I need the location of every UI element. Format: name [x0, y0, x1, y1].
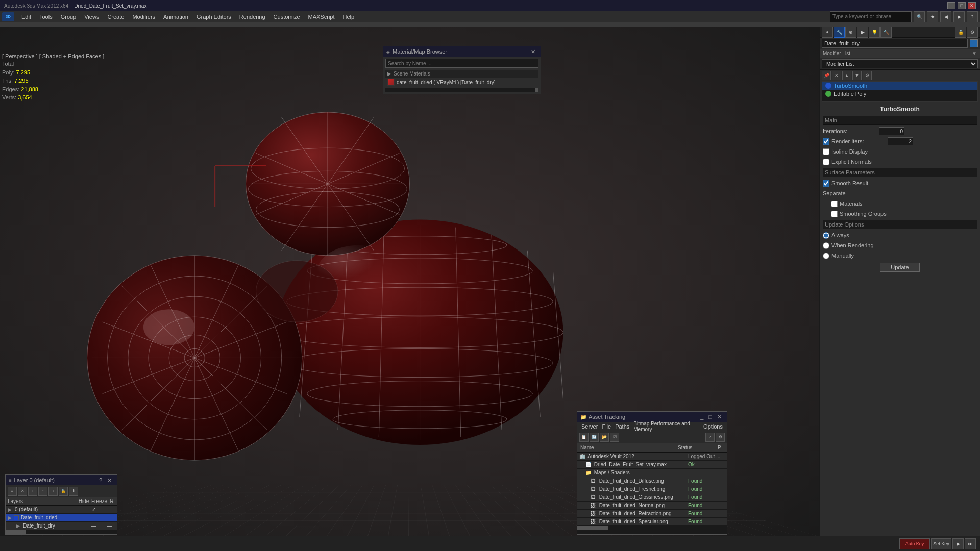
layer-help-btn[interactable]: ?	[97, 477, 104, 484]
asset-minimize-btn[interactable]: _	[698, 414, 705, 420]
key-btn[interactable]: Set Key	[931, 538, 951, 549]
layer-add-btn[interactable]: +	[28, 487, 37, 496]
materials-checkbox[interactable]	[831, 201, 838, 207]
search-btn[interactable]: 🔍	[914, 11, 925, 22]
panel-display-btn[interactable]: 💡	[869, 27, 880, 38]
configure-mod-btn[interactable]: ⚙	[863, 71, 872, 80]
iterations-input[interactable]	[879, 127, 904, 135]
remove-mod-btn[interactable]: ✕	[832, 71, 841, 80]
asset-tb-btn4[interactable]: ☑	[610, 433, 619, 442]
menu-tools[interactable]: Tools	[35, 13, 57, 21]
minimize-btn[interactable]: _	[947, 2, 955, 9]
timeline-btn[interactable]: ⏭	[965, 538, 976, 549]
smoothing-groups-checkbox[interactable]	[831, 211, 838, 217]
animate-btn[interactable]: Auto Key	[899, 538, 930, 549]
asset-close-btn[interactable]: ✕	[715, 414, 724, 420]
asset-row-fresnel[interactable]: 🖼 Date_fruit_dried_Fresnel.png Found	[577, 485, 727, 493]
asset-scrollbar-thumb[interactable]	[577, 526, 608, 530]
modifier-dropdown[interactable]: Modifier List	[822, 59, 978, 68]
nav-prev-btn[interactable]: ◀	[940, 11, 951, 22]
layer-row-default[interactable]: ▶ 0 (default) ✓	[6, 506, 117, 514]
menu-create[interactable]: Create	[103, 13, 128, 21]
material-item[interactable]: date_fruit_dried ( VRayMtl ) [Date_fruit…	[385, 78, 538, 87]
asset-row-diffuse[interactable]: 🖼 Date_fruit_dried_Diffuse.png Found	[577, 477, 727, 485]
always-radio[interactable]	[823, 232, 829, 239]
asset-row-normal[interactable]: 🖼 Date_fruit_dried_Normal.png Found	[577, 502, 727, 510]
menu-animation[interactable]: Animation	[159, 13, 192, 21]
menu-modifiers[interactable]: Modifiers	[128, 13, 159, 21]
asset-menu-paths[interactable]: Paths	[613, 423, 631, 430]
asset-scrollbar-h[interactable]	[577, 526, 727, 530]
asset-tb-btn1[interactable]: 📋	[579, 433, 589, 442]
asset-tb-btn3[interactable]: 📂	[600, 433, 609, 442]
asset-help-btn[interactable]: ?	[705, 433, 715, 442]
layer-lock-btn[interactable]: 🔒	[59, 487, 68, 496]
asset-row-maps-folder[interactable]: 📁 Maps / Shaders	[577, 469, 727, 477]
panel-lock-btn[interactable]: 🔒	[955, 27, 966, 38]
panel-motion-btn[interactable]: ▶	[857, 27, 868, 38]
panel-utils-btn[interactable]: 🔨	[880, 27, 892, 38]
asset-maximize-btn[interactable]: □	[706, 414, 714, 420]
maximize-btn[interactable]: □	[958, 2, 966, 9]
play-btn[interactable]: ▶	[952, 538, 964, 549]
layer-close-btn[interactable]: ✕	[105, 477, 114, 484]
nav-next-btn[interactable]: ▶	[953, 11, 965, 22]
asset-row-specular[interactable]: 🖼 Date_fruit_dried_Specular.png Found	[577, 518, 727, 526]
asset-menu-bitmap[interactable]: Bitmap Performance and Memory	[631, 421, 701, 432]
menu-edit[interactable]: Edit	[17, 13, 35, 21]
asset-menu-server[interactable]: Server	[579, 423, 600, 430]
explicit-normals-checkbox[interactable]	[823, 159, 829, 165]
render-iters-input[interactable]	[888, 137, 913, 145]
menu-help[interactable]: Help	[339, 13, 359, 21]
isoline-checkbox[interactable]	[823, 148, 829, 155]
when-rendering-radio[interactable]	[823, 242, 829, 249]
smooth-result-checkbox[interactable]	[823, 180, 829, 187]
asset-settings-btn[interactable]: ⚙	[716, 433, 725, 442]
window-controls[interactable]: _ □ ✕	[947, 2, 976, 9]
menu-rendering[interactable]: Rendering	[235, 13, 270, 21]
close-btn[interactable]: ✕	[968, 2, 976, 9]
help-btn[interactable]: ?	[967, 11, 978, 22]
panel-modify-btn[interactable]: 🔧	[834, 27, 845, 38]
move-mod-up-btn[interactable]: ▲	[842, 71, 851, 80]
menu-views[interactable]: Views	[80, 13, 103, 21]
layer-scrollbar-h[interactable]	[6, 530, 117, 534]
keyword-search-input[interactable]	[830, 11, 912, 22]
layer-expand-btn[interactable]: ↓	[48, 487, 58, 496]
menu-customize[interactable]: Customize	[270, 13, 304, 21]
panel-settings-btn[interactable]: ⚙	[967, 27, 978, 38]
menu-maxscript[interactable]: MAXScript	[304, 13, 339, 21]
asset-scrollbar-v[interactable]	[577, 530, 727, 534]
asset-menu-file[interactable]: File	[600, 423, 613, 430]
layer-select-btn[interactable]: ≡	[8, 487, 17, 496]
modifier-item-editablepoly[interactable]: Editable Poly	[822, 90, 977, 98]
layer-delete-btn[interactable]: ✕	[18, 487, 27, 496]
object-color-swatch[interactable]	[970, 39, 978, 47]
asset-row-max-file[interactable]: 📄 Dried_Date_Fruit_Set_vray.max Ok	[577, 461, 727, 469]
move-mod-down-btn[interactable]: ▼	[852, 71, 862, 80]
layer-info-btn[interactable]: ℹ	[69, 487, 78, 496]
asset-menu-options[interactable]: Options	[701, 423, 725, 430]
modifier-item-turbosmooth[interactable]: TurboSmooth	[822, 82, 977, 90]
panel-create-btn[interactable]: ✦	[822, 27, 833, 38]
pin-stack-btn[interactable]: 📌	[822, 71, 831, 80]
mat-scroll-v[interactable]	[385, 88, 538, 92]
object-name-input[interactable]: Date_fruit_dry	[822, 39, 968, 48]
bookmark-btn[interactable]: ★	[927, 11, 938, 22]
menu-group[interactable]: Group	[57, 13, 81, 21]
mat-search-input[interactable]	[385, 59, 538, 68]
panel-hierarchy-btn[interactable]: ⊕	[845, 27, 856, 38]
asset-row-vault[interactable]: 🏢 Autodesk Vault 2012 Logged Out ...	[577, 453, 727, 461]
asset-row-glossiness[interactable]: 🖼 Date_fruit_dried_Glossiness.png Found	[577, 493, 727, 502]
layer-collapse-btn[interactable]: ↑	[38, 487, 47, 496]
render-iters-checkbox[interactable]	[823, 138, 829, 145]
mat-browser-close-btn[interactable]: ✕	[529, 48, 537, 55]
manually-radio[interactable]	[823, 253, 829, 259]
menu-graph-editors[interactable]: Graph Editors	[192, 13, 235, 21]
layer-row-dry[interactable]: ▶ Date_fruit_dry — —	[6, 522, 117, 530]
layer-row-dried[interactable]: ▶ Date_fruit_dried — —	[6, 514, 117, 522]
update-button[interactable]: Update	[880, 263, 919, 272]
asset-row-refraction[interactable]: 🖼 Date_fruit_dried_Refraction.png Found	[577, 510, 727, 518]
asset-tb-btn2[interactable]: 🔄	[590, 433, 599, 442]
layer-scrollbar-thumb[interactable]	[6, 530, 26, 534]
